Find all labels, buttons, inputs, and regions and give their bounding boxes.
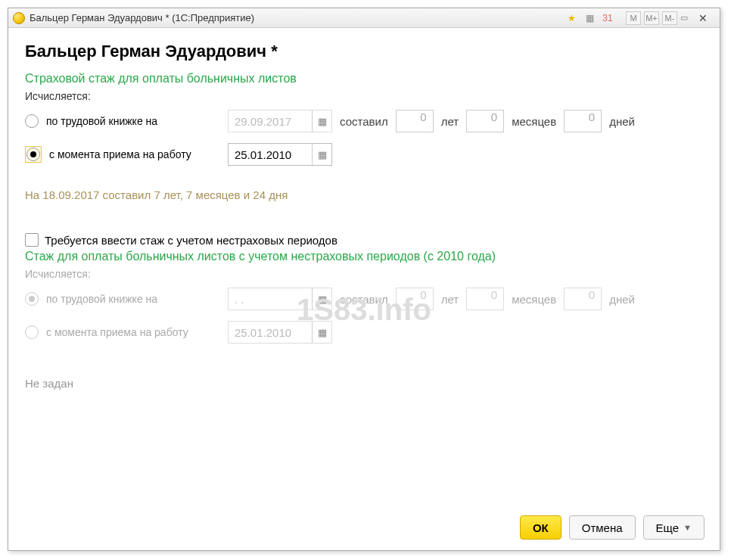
hiredate2-value: 25.01.2010 bbox=[229, 326, 312, 339]
workbook-date-value: 29.09.2017 bbox=[229, 115, 312, 128]
years2-input: 0 bbox=[396, 288, 434, 310]
logo-1c-icon bbox=[13, 12, 25, 24]
more-button-label: Еще bbox=[656, 521, 680, 534]
months-label: месяцев bbox=[512, 115, 556, 128]
footer: ОК Отмена Еще ▼ bbox=[8, 508, 720, 550]
close-icon[interactable]: ✕ bbox=[698, 12, 715, 24]
radio-workbook[interactable] bbox=[25, 114, 39, 128]
radio-workbook-label: по трудовой книжке на bbox=[46, 115, 220, 128]
window: Бальцер Герман Эдуардович * (1С:Предприя… bbox=[8, 8, 720, 551]
page-title: Бальцер Герман Эдуардович * bbox=[25, 42, 703, 61]
years2-label: лет bbox=[441, 293, 459, 306]
radio2-workbook-label: по трудовой книжке на bbox=[46, 293, 220, 306]
section1-calc-label: Исчисляется: bbox=[25, 90, 703, 102]
radio2-hiredate bbox=[25, 325, 39, 339]
window-title: Бальцер Герман Эдуардович * (1С:Предприя… bbox=[30, 12, 254, 23]
favorite-icon[interactable]: ★ bbox=[564, 11, 579, 25]
months2-label: месяцев bbox=[512, 293, 556, 306]
radio2-hiredate-label: с момента приема на работу bbox=[46, 326, 220, 339]
noninsurance-checkbox[interactable] bbox=[25, 233, 39, 247]
checkbox-row: Требуется ввести стаж с учетом нестрахов… bbox=[25, 233, 703, 247]
section2-title: Стаж для оплаты больничных листов с учет… bbox=[25, 250, 703, 263]
composed2-label: составил bbox=[340, 293, 388, 306]
content: Бальцер Герман Эдуардович * Страховой ст… bbox=[8, 28, 720, 508]
years-label: лет bbox=[441, 115, 459, 128]
hiredate2-field: 25.01.2010 ▦ bbox=[228, 321, 332, 344]
noninsurance-checkbox-label: Требуется ввести стаж с учетом нестрахов… bbox=[45, 234, 338, 247]
not-set-label: Не задан bbox=[25, 377, 703, 390]
maximize-icon[interactable]: ▭ bbox=[680, 13, 695, 23]
years-input[interactable]: 0 bbox=[396, 110, 434, 132]
section2-option1-row: по трудовой книжке на . . ▦ составил 0 л… bbox=[25, 288, 703, 310]
calculator-icon[interactable]: ▦ bbox=[582, 11, 597, 25]
section1-option2-row: с момента приема на работу 25.01.2010 ▦ bbox=[25, 143, 703, 166]
calendar-picker-icon[interactable]: ▦ bbox=[312, 144, 331, 165]
radio-hiredate-wrap bbox=[25, 146, 42, 163]
section2-option2-row: с момента приема на работу 25.01.2010 ▦ bbox=[25, 321, 703, 344]
cancel-button[interactable]: Отмена bbox=[569, 515, 636, 540]
ok-button[interactable]: ОК bbox=[520, 515, 561, 540]
section1-option1-row: по трудовой книжке на 29.09.2017 ▦ соста… bbox=[25, 110, 703, 132]
seniority-summary: На 18.09.2017 составил 7 лет, 7 месяцев … bbox=[25, 188, 703, 201]
section1-title: Страховой стаж для оплаты больничных лис… bbox=[25, 72, 703, 86]
radio2-workbook bbox=[25, 292, 39, 306]
chevron-down-icon: ▼ bbox=[683, 523, 692, 532]
more-button[interactable]: Еще ▼ bbox=[643, 515, 705, 540]
hiredate-field[interactable]: 25.01.2010 ▦ bbox=[228, 143, 332, 166]
composed-label: составил bbox=[340, 115, 388, 128]
hiredate-value: 25.01.2010 bbox=[229, 148, 312, 161]
months2-input: 0 bbox=[466, 288, 504, 310]
section2-calc-label: Исчисляется: bbox=[25, 268, 703, 280]
workbook2-date-value: . . bbox=[229, 293, 312, 306]
radio-hiredate[interactable] bbox=[26, 148, 40, 161]
memory-mplus-button[interactable]: M+ bbox=[644, 11, 659, 25]
days2-input: 0 bbox=[564, 288, 602, 310]
titlebar: Бальцер Герман Эдуардович * (1С:Предприя… bbox=[8, 8, 720, 28]
calendar-picker-icon: ▦ bbox=[312, 288, 331, 310]
calendar-picker-icon: ▦ bbox=[312, 322, 331, 343]
days-input[interactable]: 0 bbox=[564, 110, 602, 132]
calendar-picker-icon[interactable]: ▦ bbox=[312, 110, 331, 132]
memory-mminus-button[interactable]: M- bbox=[662, 11, 677, 25]
memory-m-button[interactable]: M bbox=[626, 11, 641, 25]
days2-label: дней bbox=[609, 293, 635, 306]
months-input[interactable]: 0 bbox=[466, 110, 504, 132]
workbook-date-field[interactable]: 29.09.2017 ▦ bbox=[228, 110, 332, 132]
calendar-icon[interactable]: 31 bbox=[600, 11, 615, 25]
days-label: дней bbox=[609, 115, 635, 128]
radio-hiredate-label: с момента приема на работу bbox=[49, 148, 220, 161]
workbook2-date-field: . . ▦ bbox=[228, 288, 332, 310]
